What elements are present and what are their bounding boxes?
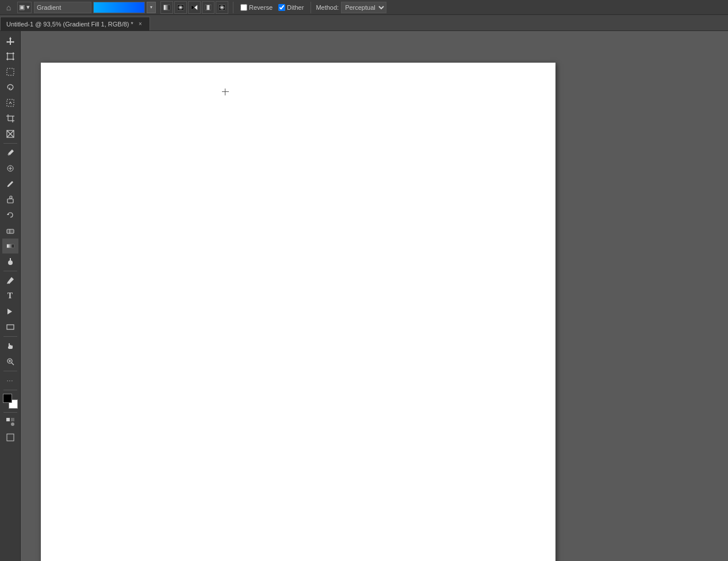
svg-rect-29 xyxy=(7,199,13,203)
dodge-tool[interactable] xyxy=(2,254,18,269)
svg-rect-4 xyxy=(205,5,211,10)
foreground-background-colors[interactable] xyxy=(2,392,18,410)
stamp-tool[interactable] xyxy=(2,192,18,207)
move-tool[interactable] xyxy=(2,33,18,48)
marquee-tool[interactable] xyxy=(2,64,18,79)
method-group: Method: Perceptual Saturation Luminosity xyxy=(316,2,386,13)
checkbox-group: Reverse Dither xyxy=(240,4,304,11)
main-layout: T ··· xyxy=(0,31,728,561)
type-tool[interactable]: T xyxy=(2,289,18,303)
gradient-mode-buttons xyxy=(160,1,228,14)
shape-tool[interactable] xyxy=(2,320,18,335)
top-toolbar: ⌂ ▣ ▾ ▾ Reverse xyxy=(0,0,728,15)
brush-tool[interactable] xyxy=(2,176,18,191)
artboard-tool[interactable] xyxy=(2,49,18,64)
svg-line-39 xyxy=(12,363,14,365)
svg-marker-36 xyxy=(7,309,12,314)
separator-1 xyxy=(233,2,233,13)
svg-rect-0 xyxy=(164,5,170,10)
svg-rect-42 xyxy=(6,418,10,421)
gradient-preview[interactable] xyxy=(93,2,145,13)
dither-checkbox[interactable] xyxy=(278,4,285,11)
svg-rect-8 xyxy=(7,53,13,59)
tab-close-button[interactable]: × xyxy=(137,21,144,28)
svg-marker-2 xyxy=(194,5,197,10)
diamond-gradient-btn[interactable] xyxy=(216,1,228,14)
tool-sep-3 xyxy=(3,336,17,337)
spot-heal-tool[interactable] xyxy=(2,161,18,176)
zoom-tool[interactable] xyxy=(2,354,18,369)
crop-tool[interactable] xyxy=(2,111,18,126)
gradient-name-input[interactable] xyxy=(34,2,91,13)
svg-rect-37 xyxy=(7,325,14,329)
tool-sep-4 xyxy=(3,371,17,371)
more-tools-button[interactable]: ··· xyxy=(2,373,18,388)
gradient-dropdown-arrow[interactable]: ▾ xyxy=(147,2,156,13)
reflected-gradient-btn[interactable] xyxy=(202,1,214,14)
reverse-checkbox[interactable] xyxy=(240,4,247,11)
svg-rect-43 xyxy=(11,418,14,421)
canvas-area[interactable] xyxy=(21,31,728,561)
gradient-tool[interactable] xyxy=(2,239,18,253)
svg-rect-31 xyxy=(7,229,14,233)
dither-label: Dither xyxy=(287,4,304,11)
document-tab[interactable]: Untitled-1 @ 93,5% (Gradient Fill 1, RGB… xyxy=(0,17,150,30)
canvas[interactable] xyxy=(41,63,555,561)
method-select[interactable]: Perceptual Saturation Luminosity xyxy=(341,2,386,13)
svg-rect-1 xyxy=(178,5,183,10)
screen-mode-button[interactable]: ▣ ▾ xyxy=(17,2,32,13)
tool-sep-6 xyxy=(3,412,17,413)
svg-marker-3 xyxy=(191,5,194,10)
dither-checkbox-label[interactable]: Dither xyxy=(278,4,304,11)
eyedropper-tool[interactable] xyxy=(2,145,18,160)
path-select-tool[interactable] xyxy=(2,304,18,319)
foreground-color[interactable] xyxy=(3,394,12,403)
svg-rect-45 xyxy=(7,434,14,441)
screen-mode-toggle[interactable] xyxy=(2,430,18,445)
tool-sep-2 xyxy=(3,271,17,271)
object-select-tool[interactable] xyxy=(2,95,18,110)
svg-rect-17 xyxy=(7,68,14,75)
angle-gradient-btn[interactable] xyxy=(188,1,201,14)
method-label: Method: xyxy=(316,4,339,11)
tool-sep-1 xyxy=(3,143,17,144)
linear-gradient-btn[interactable] xyxy=(160,1,173,14)
left-toolbar: T ··· xyxy=(0,31,21,561)
svg-rect-33 xyxy=(7,244,14,248)
tool-sep-5 xyxy=(3,390,17,390)
svg-point-44 xyxy=(11,422,14,426)
pen-tool[interactable] xyxy=(2,273,18,288)
separator-2 xyxy=(311,2,311,13)
svg-point-34 xyxy=(8,260,13,265)
reverse-label: Reverse xyxy=(249,4,273,11)
eraser-tool[interactable] xyxy=(2,223,18,238)
frame-tool[interactable] xyxy=(2,126,18,141)
svg-rect-18 xyxy=(7,99,14,106)
lasso-tool[interactable] xyxy=(2,80,18,95)
svg-marker-7 xyxy=(6,37,14,45)
reverse-checkbox-label[interactable]: Reverse xyxy=(240,4,273,11)
quick-mask-button[interactable] xyxy=(2,414,18,429)
hand-tool[interactable] xyxy=(2,339,18,353)
tab-bar: Untitled-1 @ 93,5% (Gradient Fill 1, RGB… xyxy=(0,15,728,31)
history-brush-tool[interactable] xyxy=(2,208,18,222)
tab-title: Untitled-1 @ 93,5% (Gradient Fill 1, RGB… xyxy=(6,21,133,28)
radial-gradient-btn[interactable] xyxy=(174,1,187,14)
home-button[interactable]: ⌂ xyxy=(2,1,15,14)
gradient-picker-area: ▾ xyxy=(34,2,156,13)
